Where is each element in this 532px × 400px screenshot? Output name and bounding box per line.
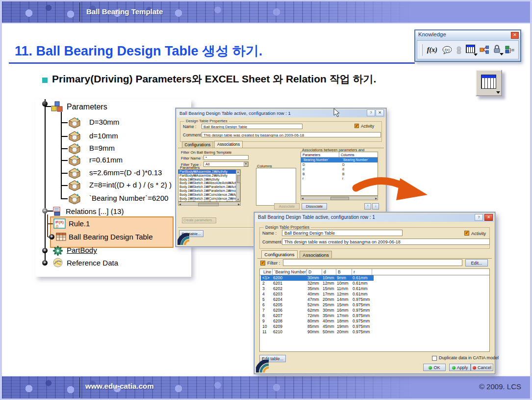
assoc-col-parameters[interactable]: Parameters	[301, 152, 339, 158]
activity-checkbox[interactable]: ✓	[355, 124, 359, 128]
cancel-button[interactable]: Cancel	[471, 364, 493, 371]
tree-parameter-row[interactable]: D=30mm	[61, 116, 191, 129]
table-row[interactable]: <1>620030mm10mm9mm0.61mm	[261, 275, 374, 281]
tree-parameter-label[interactable]: B=9mm	[89, 144, 115, 152]
table-header-1[interactable]: `Bearing Number`	[273, 269, 307, 275]
parameter-list-item[interactable]: PartBody₩Assemble.2₩Activity	[178, 174, 236, 178]
tree-item-reference-data[interactable]: Reference Data	[67, 259, 118, 267]
tab-associations[interactable]: Associations	[300, 251, 332, 258]
dissociate-button[interactable]: Dissociate	[302, 203, 327, 210]
filter-type-select[interactable]: All	[203, 161, 249, 167]
table-row[interactable]: 11621090mm50mm20mm0.975mm	[261, 329, 374, 335]
table-row[interactable]: 6620552mm25mm15mm0.975mm	[261, 302, 374, 308]
filter-name-input[interactable]: *	[203, 155, 249, 160]
lock-icon[interactable]	[493, 45, 501, 55]
ok-button[interactable]: OK	[423, 364, 446, 371]
table-row[interactable]: 4620340mm17mm12mm0.61mm	[261, 292, 374, 297]
table-row[interactable]: 5620447mm20mm14mm0.975mm	[261, 297, 374, 302]
table-header-5[interactable]: r	[352, 269, 372, 275]
table-header-0[interactable]: Line	[262, 269, 273, 275]
reference-node-icon[interactable]	[51, 257, 64, 268]
relations-collapse-handle[interactable]: −	[42, 208, 48, 213]
partbody-expand-handle[interactable]: +	[42, 248, 48, 253]
tree-item-partbody[interactable]: PartBody	[67, 246, 97, 254]
tree-parameter-label[interactable]: d=10mm	[89, 132, 118, 140]
partbody-node-icon[interactable]	[51, 245, 64, 257]
tree-parameter-label[interactable]: Z=8=int((D + d ) / (s * 2) )	[89, 181, 172, 189]
horizontal-scrollbar[interactable]: ◀ ▶	[178, 202, 241, 206]
design-table-button[interactable]	[476, 70, 502, 96]
tree-item-parameters[interactable]: Parameters	[67, 103, 107, 111]
parameter-list-item[interactable]: Body.1₩Sketch.1₩AbsoluteAxis₩Activity	[178, 181, 236, 185]
table-row[interactable]: 9620880mm40mm18mm0.975mm	[261, 319, 374, 324]
parameter-icon[interactable]	[68, 167, 81, 179]
name-input[interactable]: Ball Bearing Design Table	[282, 230, 403, 236]
design-table-icon[interactable]	[466, 45, 475, 55]
tree-item-design-table[interactable]: Ball Bearing Design Table	[69, 233, 153, 241]
columns-listbox[interactable]	[256, 168, 296, 206]
parameter-icon[interactable]	[68, 179, 81, 191]
table-row[interactable]: 10620985mm45mm19mm0.975mm	[261, 324, 374, 329]
assoc-col-columns[interactable]: Columns	[339, 152, 378, 158]
comment-input[interactable]: This design table was created by basangm…	[202, 132, 381, 137]
parameter-list-item[interactable]: Body.1₩Sketch.1₩Parallelism.1₩Activity	[178, 185, 236, 189]
relations-node-icon[interactable]	[52, 206, 64, 216]
parameter-list-item[interactable]: Body.1₩Sketch.1₩Parallelism.1₩mode	[178, 189, 236, 193]
dialog2-titlebar[interactable]: Ball Bearing Design Table active, config…	[255, 213, 494, 222]
tree-parameter-label[interactable]: r=0.61mm	[89, 156, 123, 164]
rule-node-icon[interactable]: IF(X) ()	[53, 218, 66, 229]
tree-item-rule[interactable]: Rule.1	[69, 219, 90, 228]
table-row[interactable]: 7620662mm30mm16mm0.975mm	[261, 308, 374, 313]
comment-input[interactable]: This design table was created by basangm…	[282, 239, 490, 245]
tree-parameter-row[interactable]: s=2.6mm=(D -d )*0.13	[61, 166, 191, 179]
parameters-node-icon[interactable]	[50, 100, 64, 113]
parameter-list-item[interactable]: Body.1₩Sketch.1₩Coincidence.2₩mode	[178, 197, 236, 201]
reference-expand-handle[interactable]: +	[42, 260, 48, 266]
tree-parameter-row[interactable]: `Bearing Number`=6200	[61, 192, 191, 205]
tree-parameter-row[interactable]: r=0.61mm	[61, 154, 191, 166]
equivalent-dimensions-icon[interactable]: }=	[505, 46, 515, 54]
parameter-list-item[interactable]: Body.1₩Sketch.1₩Parallelism.3₩Activity	[178, 200, 236, 201]
toolbar-grip[interactable]	[421, 44, 423, 56]
knowledge-toolbar-title[interactable]: Knowledge	[415, 30, 520, 39]
tree-item-relations[interactable]: Relations [...] (13)	[66, 207, 124, 215]
formula-fx-icon[interactable]: f(x)	[427, 46, 437, 54]
table-row[interactable]: 3620235mm15mm11mm0.61mm	[261, 286, 374, 292]
apply-button[interactable]: Apply	[449, 364, 471, 371]
parameter-icon[interactable]	[68, 154, 81, 166]
edit-filter-button[interactable]: Edit...	[465, 259, 488, 267]
reaction-icon[interactable]	[480, 46, 488, 54]
parameter-icon[interactable]	[68, 192, 81, 204]
table-row[interactable]: 8620772mm35mm17mm0.975mm	[261, 313, 374, 319]
tree-parameter-row[interactable]: Z=8=int((D + d ) / (s * 2) )	[61, 179, 191, 191]
tab-configurations[interactable]: Configurations	[261, 250, 298, 258]
help-icon[interactable]: ?	[475, 214, 483, 221]
tree-parameter-label[interactable]: `Bearing Number`=6200	[89, 194, 168, 202]
close-icon[interactable]: ✕	[484, 214, 493, 221]
duplicate-data-checkbox[interactable]	[432, 356, 437, 361]
association-row[interactable]: `Bearing Number``Bearing Number`	[301, 158, 378, 162]
table-header-3[interactable]: d	[322, 269, 336, 275]
close-icon[interactable]: ✕	[376, 109, 384, 116]
tab-configurations[interactable]: Configurations	[182, 141, 213, 148]
help-icon[interactable]: ?	[367, 109, 375, 116]
parameter-list-item[interactable]: Body.1₩Sketch.1₩Activity	[178, 178, 236, 182]
tree-parameter-row[interactable]: d=10mm	[61, 130, 191, 142]
association-row[interactable]: dd	[301, 167, 378, 172]
tab-associations[interactable]: Associations	[214, 141, 243, 148]
parameter-icon[interactable]	[68, 130, 81, 142]
tree-parameter-row[interactable]: B=9mm	[61, 142, 191, 155]
parameter-icon[interactable]	[68, 142, 81, 154]
table-header-4[interactable]: B	[336, 269, 352, 275]
parameter-list-item[interactable]: PartBody₩Assemble.1₩Activity	[178, 170, 236, 174]
tree-parameter-label[interactable]: s=2.6mm=(D -d )*0.13	[89, 168, 162, 177]
table-row[interactable]: 2620132mm12mm10mm0.61mm	[261, 281, 374, 286]
tree-parameter-label[interactable]: D=30mm	[89, 118, 119, 126]
activity-checkbox[interactable]: ✓	[464, 231, 469, 236]
name-input[interactable]: Ball Bearing Design Table	[202, 124, 303, 129]
filter-checkbox[interactable]: ✓	[260, 261, 265, 266]
comment-fx-icon[interactable]: f(x)	[442, 46, 452, 54]
design-table-expand-handle[interactable]: +	[49, 234, 54, 240]
association-row[interactable]: DD	[301, 162, 378, 167]
table-header-2[interactable]: D	[307, 269, 322, 275]
